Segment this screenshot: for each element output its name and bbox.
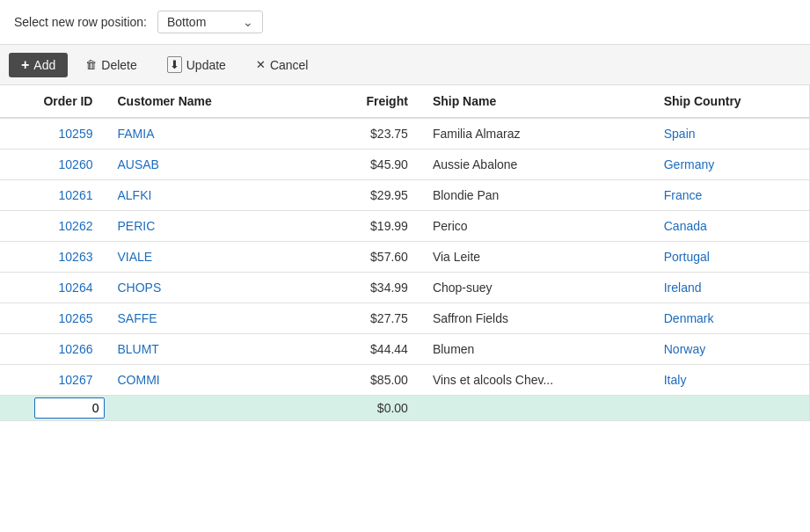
delete-button[interactable]: 🗑 Delete bbox=[73, 54, 149, 77]
cell-orderid: 10264 bbox=[0, 273, 105, 303]
col-header-customername: Customer Name bbox=[105, 85, 315, 118]
chevron-down-icon: ⌄ bbox=[243, 15, 253, 29]
cell-shipcountry: Italy bbox=[652, 365, 809, 396]
cell-shipcountry: Denmark bbox=[652, 303, 809, 334]
cell-orderid: 10265 bbox=[0, 303, 105, 334]
table-row[interactable]: 10259 FAMIA $23.75 Familia Almaraz Spain bbox=[0, 118, 809, 149]
new-row-freight-cell: $0.00 bbox=[315, 396, 420, 421]
cell-shipname: Via Leite bbox=[420, 242, 652, 273]
cell-orderid: 10267 bbox=[0, 365, 105, 396]
position-select[interactable]: Bottom ⌄ bbox=[157, 11, 263, 33]
add-label: Add bbox=[33, 58, 55, 72]
table-row[interactable]: 10263 VIALE $57.60 Via Leite Portugal bbox=[0, 242, 809, 273]
cell-shipcountry: France bbox=[652, 180, 809, 211]
cell-shipcountry: Ireland bbox=[652, 273, 809, 303]
new-row-orderid-cell[interactable] bbox=[0, 396, 105, 421]
cell-shipcountry: Germany bbox=[652, 149, 809, 180]
cell-shipcountry: Portugal bbox=[652, 242, 809, 273]
cell-orderid: 10262 bbox=[0, 211, 105, 242]
delete-icon: 🗑 bbox=[85, 58, 97, 71]
data-table: Order ID Customer Name Freight Ship Name… bbox=[0, 85, 809, 421]
cell-shipname: Saffron Fields bbox=[420, 303, 652, 334]
cell-freight: $27.75 bbox=[315, 303, 420, 334]
cancel-button[interactable]: ✕ Cancel bbox=[244, 54, 321, 77]
cancel-label: Cancel bbox=[270, 58, 309, 72]
table-row[interactable]: 10262 PERIC $19.99 Perico Canada bbox=[0, 211, 809, 242]
cell-freight: $23.75 bbox=[315, 118, 420, 149]
cell-customername: ALFKI bbox=[105, 180, 315, 211]
cell-customername: FAMIA bbox=[105, 118, 315, 149]
cell-freight: $29.95 bbox=[315, 180, 420, 211]
cell-orderid: 10261 bbox=[0, 180, 105, 211]
cell-customername: COMMI bbox=[105, 365, 315, 396]
new-row-orderid-input[interactable] bbox=[34, 397, 105, 419]
cell-shipname: Perico bbox=[420, 211, 652, 242]
cell-orderid: 10259 bbox=[0, 118, 105, 149]
col-header-shipname: Ship Name bbox=[420, 85, 652, 118]
cell-orderid: 10263 bbox=[0, 242, 105, 273]
cell-shipname: Chop-suey bbox=[420, 273, 652, 303]
cell-shipcountry: Canada bbox=[652, 211, 809, 242]
delete-label: Delete bbox=[101, 58, 136, 72]
update-button[interactable]: ⬇ Update bbox=[155, 52, 238, 77]
cell-freight: $44.44 bbox=[315, 334, 420, 365]
cell-shipcountry: Norway bbox=[652, 334, 809, 365]
cancel-icon: ✕ bbox=[256, 58, 266, 71]
new-row-shipname-cell bbox=[420, 396, 652, 421]
new-row: $0.00 bbox=[0, 396, 809, 421]
cell-freight: $19.99 bbox=[315, 211, 420, 242]
table-row[interactable]: 10264 CHOPS $34.99 Chop-suey Ireland bbox=[0, 273, 809, 303]
cell-shipname: Aussie Abalone bbox=[420, 149, 652, 180]
cell-shipcountry: Spain bbox=[652, 118, 809, 149]
cell-shipname: Familia Almaraz bbox=[420, 118, 652, 149]
table-container: Order ID Customer Name Freight Ship Name… bbox=[0, 85, 810, 421]
table-row[interactable]: 10266 BLUMT $44.44 Blumen Norway bbox=[0, 334, 809, 365]
cell-orderid: 10266 bbox=[0, 334, 105, 365]
col-header-shipcountry: Ship Country bbox=[652, 85, 809, 118]
table-header-row: Order ID Customer Name Freight Ship Name… bbox=[0, 85, 809, 118]
update-icon: ⬇ bbox=[167, 56, 182, 73]
cell-customername: AUSAB bbox=[105, 149, 315, 180]
cell-shipname: Blondie Pan bbox=[420, 180, 652, 211]
cell-customername: CHOPS bbox=[105, 273, 315, 303]
cell-customername: PERIC bbox=[105, 211, 315, 242]
cell-freight: $45.90 bbox=[315, 149, 420, 180]
cell-freight: $85.00 bbox=[315, 365, 420, 396]
cell-customername: VIALE bbox=[105, 242, 315, 273]
cell-orderid: 10260 bbox=[0, 149, 105, 180]
cell-customername: SAFFE bbox=[105, 303, 315, 334]
position-label: Select new row position: bbox=[14, 15, 147, 29]
col-header-freight: Freight bbox=[315, 85, 420, 118]
cell-customername: BLUMT bbox=[105, 334, 315, 365]
cell-shipname: Vins et alcools Chev... bbox=[420, 365, 652, 396]
add-button[interactable]: + Add bbox=[9, 53, 68, 77]
add-icon: + bbox=[21, 57, 29, 73]
new-row-shipcountry-cell bbox=[652, 396, 809, 421]
toolbar: + Add 🗑 Delete ⬇ Update ✕ Cancel bbox=[0, 44, 810, 85]
cell-shipname: Blumen bbox=[420, 334, 652, 365]
table-row[interactable]: 10265 SAFFE $27.75 Saffron Fields Denmar… bbox=[0, 303, 809, 334]
new-row-customer-cell bbox=[105, 396, 315, 421]
table-row[interactable]: 10260 AUSAB $45.90 Aussie Abalone German… bbox=[0, 149, 809, 180]
table-row[interactable]: 10261 ALFKI $29.95 Blondie Pan France bbox=[0, 180, 809, 211]
update-label: Update bbox=[186, 58, 226, 72]
cell-freight: $34.99 bbox=[315, 273, 420, 303]
table-row[interactable]: 10267 COMMI $85.00 Vins et alcools Chev.… bbox=[0, 365, 809, 396]
cell-freight: $57.60 bbox=[315, 242, 420, 273]
col-header-orderid: Order ID bbox=[0, 85, 105, 118]
top-bar: Select new row position: Bottom ⌄ bbox=[0, 0, 810, 44]
position-value: Bottom bbox=[167, 15, 206, 29]
